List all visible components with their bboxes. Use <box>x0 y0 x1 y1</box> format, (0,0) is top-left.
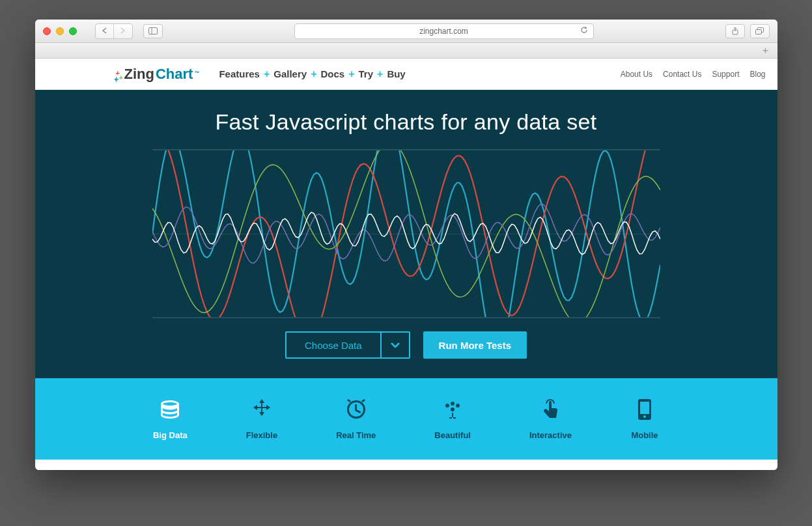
chart-midline <box>152 234 660 234</box>
minimize-window-button[interactable] <box>56 27 64 35</box>
hero-headline: Fast Javascript charts for any data set <box>35 109 777 135</box>
logo-text-chart: Chart <box>156 66 193 83</box>
nav-gallery[interactable]: Gallery <box>273 68 307 80</box>
nav-docs[interactable]: Docs <box>320 68 344 80</box>
forward-button[interactable] <box>114 24 132 38</box>
reload-icon[interactable] <box>580 26 588 36</box>
feature-interactive[interactable]: Interactive <box>529 395 572 440</box>
back-button[interactable] <box>96 24 114 38</box>
logo-text-zing: Zing <box>124 66 154 83</box>
feature-label: Flexible <box>246 430 277 440</box>
feature-mobile[interactable]: Mobile <box>630 395 659 440</box>
browser-window: zingchart.com + ✦ + + Zing <box>35 20 777 470</box>
sidebar-button[interactable] <box>143 24 163 38</box>
site-header: ✦ + + Zing Chart ™ Features + Gallery + … <box>35 59 777 90</box>
feature-beautiful[interactable]: Beautiful <box>434 395 471 440</box>
nav-buy[interactable]: Buy <box>387 68 405 80</box>
feature-label: Interactive <box>529 430 572 440</box>
titlebar: zingchart.com <box>35 20 777 43</box>
hero-chart <box>152 149 660 318</box>
feature-strip: Big DataFlexibleReal TimeBeautifulIntera… <box>35 378 777 460</box>
subnav-contact-us[interactable]: Contact Us <box>663 70 701 79</box>
chevron-down-icon <box>380 333 409 357</box>
new-tab-button[interactable]: + <box>758 45 774 57</box>
close-window-button[interactable] <box>43 27 51 35</box>
nav-back-forward <box>95 23 133 39</box>
choose-data-label: Choose Data <box>287 333 380 357</box>
beautiful-icon <box>438 395 467 424</box>
choose-data-dropdown[interactable]: Choose Data <box>285 331 410 359</box>
zoom-window-button[interactable] <box>69 27 77 35</box>
feature-big-data[interactable]: Big Data <box>153 395 188 440</box>
main-nav: Features + Gallery + Docs + Try + Buy <box>219 68 405 80</box>
address-bar[interactable]: zingchart.com <box>294 23 594 39</box>
svg-rect-4 <box>755 30 761 35</box>
mobile-icon <box>630 395 659 424</box>
nav-separator: + <box>264 68 270 80</box>
run-tests-button[interactable]: Run More Tests <box>423 331 527 359</box>
feature-label: Big Data <box>153 430 188 440</box>
hero: Fast Javascript charts for any data set … <box>35 90 777 378</box>
real-time-icon <box>342 395 371 424</box>
subnav-about-us[interactable]: About Us <box>621 70 652 79</box>
tab-bar: + <box>35 43 777 59</box>
feature-flexible[interactable]: Flexible <box>246 395 277 440</box>
feature-label: Beautiful <box>434 430 471 440</box>
window-controls <box>43 27 77 35</box>
address-bar-wrap: zingchart.com <box>168 23 720 39</box>
bottom-strip <box>35 460 777 470</box>
interactive-icon <box>536 395 565 424</box>
subnav-support[interactable]: Support <box>712 70 739 79</box>
logo-tm: ™ <box>194 70 199 76</box>
hero-controls: Choose Data Run More Tests <box>35 331 777 359</box>
svg-rect-0 <box>148 28 157 35</box>
big-data-icon <box>156 395 184 424</box>
logo-accent-icon: ✦ + + <box>113 71 122 83</box>
feature-label: Mobile <box>630 430 659 440</box>
flexible-icon <box>247 395 276 424</box>
tabs-button[interactable] <box>750 24 770 38</box>
url-text: zingchart.com <box>419 27 468 36</box>
share-button[interactable] <box>725 24 745 38</box>
feature-label: Real Time <box>336 430 376 440</box>
logo[interactable]: ✦ + + Zing Chart ™ <box>113 66 200 83</box>
nav-separator: + <box>377 68 383 80</box>
nav-features[interactable]: Features <box>219 68 260 80</box>
nav-separator: + <box>348 68 354 80</box>
nav-separator: + <box>311 68 316 80</box>
subnav-blog[interactable]: Blog <box>749 70 765 79</box>
toolbar-right <box>725 24 770 38</box>
secondary-nav: About UsContact UsSupportBlog <box>621 70 766 79</box>
feature-real-time[interactable]: Real Time <box>336 395 376 440</box>
nav-try[interactable]: Try <box>359 68 374 80</box>
